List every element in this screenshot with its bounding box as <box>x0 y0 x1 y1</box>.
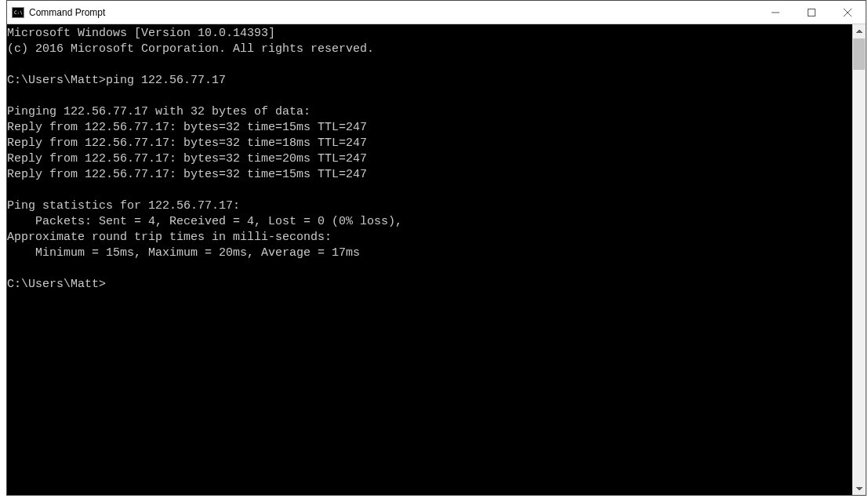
content-area: Microsoft Windows [Version 10.0.14393](c… <box>7 24 866 495</box>
terminal-line: (c) 2016 Microsoft Corporation. All righ… <box>7 42 852 57</box>
svg-rect-1 <box>808 9 815 16</box>
scrollbar-up-arrow-icon[interactable] <box>852 24 866 38</box>
terminal-line: Reply from 122.56.77.17: bytes=32 time=1… <box>7 167 852 183</box>
terminal-line: Ping statistics for 122.56.77.17: <box>7 198 852 214</box>
scrollbar-thumb[interactable] <box>853 38 865 70</box>
window-title: Command Prompt <box>29 7 105 18</box>
terminal-line <box>7 89 852 104</box>
terminal-line <box>7 183 852 198</box>
close-button[interactable] <box>830 1 866 24</box>
terminal-line: Reply from 122.56.77.17: bytes=32 time=1… <box>7 136 852 151</box>
terminal-line: Reply from 122.56.77.17: bytes=32 time=1… <box>7 120 852 136</box>
vertical-scrollbar[interactable] <box>852 24 866 495</box>
terminal-line: Pinging 122.56.77.17 with 32 bytes of da… <box>7 104 852 120</box>
window-frame: Command Prompt Microsoft Windows [Versio… <box>6 0 866 496</box>
app-icon <box>12 7 24 18</box>
terminal-line <box>7 261 852 277</box>
svg-marker-4 <box>856 30 863 33</box>
terminal-line: Approximate round trip times in milli-se… <box>7 230 852 246</box>
terminal-prompt: C:\Users\Matt> <box>7 277 852 293</box>
scrollbar-down-arrow-icon[interactable] <box>852 482 866 495</box>
titlebar[interactable]: Command Prompt <box>7 1 866 24</box>
svg-marker-5 <box>856 487 863 490</box>
terminal-line: Minimum = 15ms, Maximum = 20ms, Average … <box>7 246 852 261</box>
maximize-button[interactable] <box>794 1 830 24</box>
minimize-button[interactable] <box>757 1 794 24</box>
window-controls <box>757 1 866 24</box>
terminal-line: Microsoft Windows [Version 10.0.14393] <box>7 26 852 42</box>
terminal-line: Packets: Sent = 4, Received = 4, Lost = … <box>7 214 852 230</box>
terminal-line <box>7 57 852 73</box>
terminal-line: Reply from 122.56.77.17: bytes=32 time=2… <box>7 151 852 167</box>
terminal-output[interactable]: Microsoft Windows [Version 10.0.14393](c… <box>7 24 852 495</box>
terminal-line: C:\Users\Matt>ping 122.56.77.17 <box>7 73 852 89</box>
